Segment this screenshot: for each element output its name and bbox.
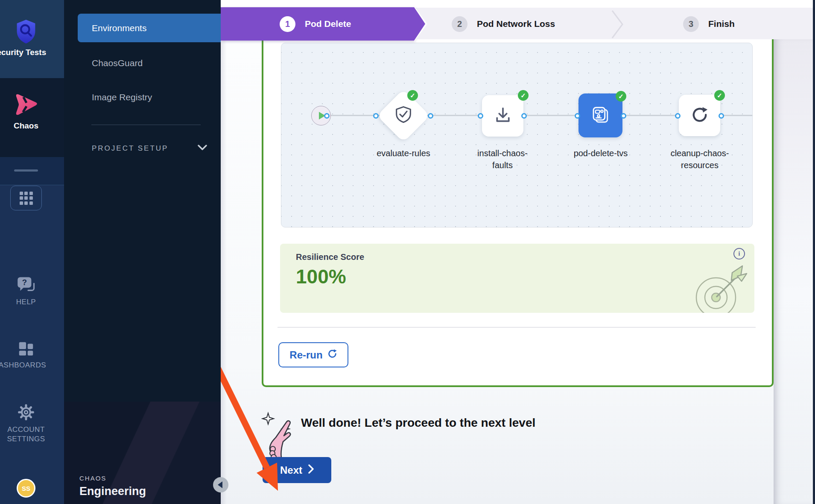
connector-dot: [719, 113, 724, 119]
nav-item-image-registry[interactable]: Image Registry: [78, 85, 221, 109]
experiment-result-card: ✓ evaluate-rules ✓ install-chaos-faults: [262, 39, 774, 387]
next-button[interactable]: Next: [263, 457, 331, 483]
chaosguard-label: ChaosGuard: [92, 58, 143, 68]
step-1-label: Pod Delete: [305, 19, 351, 29]
nav-section-project-setup[interactable]: PROJECT SETUP: [92, 144, 207, 153]
module-grid-button[interactable]: [10, 186, 42, 210]
connector-dot: [373, 113, 379, 119]
connector-dot: [521, 113, 527, 119]
sidebar-item-account-settings[interactable]: ACCOUNT SETTINGS: [0, 404, 52, 444]
image-registry-label: Image Registry: [92, 92, 152, 102]
connector-dot: [478, 113, 483, 119]
connector-dot: [575, 113, 580, 119]
sidebar-item-help[interactable]: ? HELP: [0, 277, 52, 306]
chevron-right-icon: [308, 464, 314, 476]
tab-finish[interactable]: 3 Finish: [683, 7, 735, 41]
node-cleanup-chaos-resources[interactable]: [679, 95, 720, 136]
nav-divider: [91, 125, 201, 125]
node-pod-delete-tvs[interactable]: [578, 93, 622, 137]
security-tests-shield-icon: [15, 19, 37, 46]
rerun-label: Re-run: [289, 349, 322, 361]
connector-dot: [675, 113, 681, 119]
target-dart-illustration: [689, 262, 754, 313]
connector-dot: [621, 113, 626, 119]
grid-icon: [20, 192, 33, 205]
project-nav: Environments ChaosGuard Image Registry P…: [64, 0, 221, 504]
help-chat-icon: ?: [17, 277, 35, 295]
environments-label: Environments: [92, 23, 146, 33]
card-divider: [278, 327, 756, 328]
project-title: Engineering: [79, 485, 146, 498]
node-label: pod-delete-tvs: [569, 147, 633, 159]
project-kicker: CHAOS: [79, 475, 106, 482]
svg-text:?: ?: [22, 278, 27, 287]
chevron-down-icon: [198, 144, 207, 153]
step-2-number: 2: [452, 16, 467, 32]
node-evaluate-rules[interactable]: [377, 89, 430, 142]
nav-item-chaosguard[interactable]: ChaosGuard: [78, 51, 221, 75]
sidebar-collapse-button[interactable]: [213, 477, 228, 492]
project-setup-label: PROJECT SETUP: [92, 144, 168, 153]
sidebar-item-dashboards[interactable]: DASHBOARDS: [0, 341, 52, 370]
node-label: install-chaos-faults: [470, 147, 535, 171]
step-chevron-tip: [414, 7, 425, 41]
congrats-message: Well done! Let’s proceed to the next lev…: [301, 416, 535, 430]
right-edge-panel: [813, 0, 815, 504]
status-success-badge: ✓: [407, 90, 418, 101]
sidebar-item-security-tests[interactable]: Security Tests: [0, 19, 52, 57]
chaos-logo-icon: [13, 92, 39, 119]
content-left-shade: [221, 39, 227, 504]
top-strip: [221, 0, 813, 8]
resilience-score-panel: Resilience Score 100% i: [280, 244, 754, 313]
app-window: Security Tests Chaos: [0, 0, 815, 504]
status-success-badge: ✓: [714, 90, 725, 101]
dashboards-icon: [18, 341, 35, 359]
collapse-left-icon: [218, 481, 222, 488]
tab-pod-network-loss[interactable]: 2 Pod Network Loss: [452, 7, 555, 41]
experiment-card-icon: [591, 105, 611, 126]
connector-dot: [428, 113, 433, 119]
dashboards-label: DASHBOARDS: [0, 361, 54, 370]
resilience-score-title: Resilience Score: [296, 252, 364, 262]
connector-dot: [324, 113, 330, 119]
refresh-icon: [690, 105, 709, 126]
step-3-label: Finish: [708, 19, 735, 29]
next-label: Next: [280, 464, 302, 476]
rerun-button[interactable]: Re-run: [278, 342, 348, 367]
gear-icon: [18, 404, 35, 422]
nav-item-environments[interactable]: Environments: [78, 14, 221, 42]
user-avatar[interactable]: SS: [17, 479, 35, 498]
resilience-score-value: 100%: [296, 265, 346, 288]
tab-pod-delete[interactable]: 1 Pod Delete: [280, 7, 351, 41]
module-rail: Security Tests Chaos: [0, 0, 64, 504]
download-icon: [494, 107, 511, 125]
status-success-badge: ✓: [518, 90, 529, 101]
pipeline-canvas[interactable]: ✓ evaluate-rules ✓ install-chaos-faults: [281, 43, 753, 227]
status-success-badge: ✓: [616, 91, 626, 102]
step-1-number: 1: [280, 16, 295, 32]
info-icon[interactable]: i: [733, 248, 745, 259]
rail-collapse-divider[interactable]: [14, 169, 38, 172]
step-3-number: 3: [683, 16, 699, 32]
node-label: evaluate-rules: [371, 147, 435, 159]
node-label: cleanup-chaos-resources: [668, 147, 732, 171]
account-settings-label: ACCOUNT SETTINGS: [7, 425, 45, 444]
right-gutter: [774, 39, 813, 504]
sidebar-item-chaos[interactable]: Chaos: [0, 92, 52, 131]
chaos-label: Chaos: [14, 121, 38, 131]
rerun-refresh-icon: [327, 349, 337, 361]
step-2-label: Pod Network Loss: [477, 19, 555, 29]
help-label: HELP: [16, 298, 36, 306]
shield-check-icon: [395, 106, 412, 125]
node-install-chaos-faults[interactable]: [482, 95, 523, 137]
step-separator-icon: [610, 9, 625, 42]
avatar-initials: SS: [22, 485, 30, 492]
security-tests-label: Security Tests: [0, 48, 59, 57]
hand-sparkle-illustration: [261, 411, 296, 463]
